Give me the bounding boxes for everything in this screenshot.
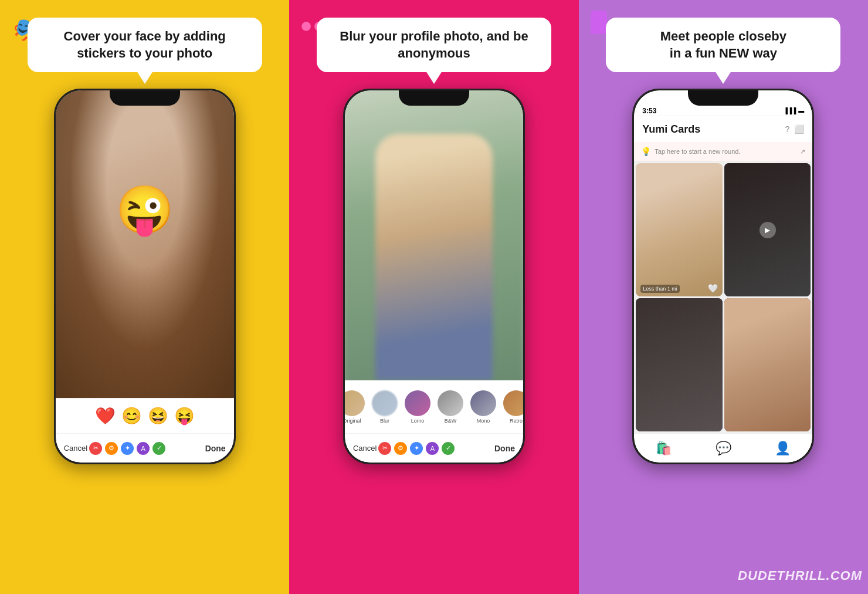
screen2-bottom-bar: Cancel ✂ ⚙ ✦ A ✓ Done <box>345 433 523 463</box>
done-button-2[interactable]: Done <box>494 444 515 453</box>
hint-bar[interactable]: 💡 Tap here to start a new round. ↗ <box>634 142 812 161</box>
filter-original-preview <box>345 390 365 416</box>
speech-bubble-1: Cover your face by adding stickers to yo… <box>28 18 262 72</box>
tool-icon-red[interactable]: ✂ <box>89 442 102 455</box>
filter-mono[interactable]: Mono <box>470 390 496 424</box>
panel-sticker: 🎭 Cover your face by adding stickers to … <box>0 0 289 594</box>
play-button[interactable]: ▶ <box>760 222 776 238</box>
filter-blur-label: Blur <box>380 418 389 424</box>
app-footer: 🛍️ 💬 👤 <box>634 433 812 463</box>
title-actions: ? ⬜ <box>785 124 805 134</box>
bookmark-icon <box>591 11 607 34</box>
filter-lomo-label: Lomo <box>411 418 425 424</box>
arrow-icon: ↗ <box>800 148 805 156</box>
status-time: 3:53 <box>642 107 656 115</box>
screen1-bottom-bar: Cancel ✂ ⚙ ✦ A ✓ Done <box>56 433 234 463</box>
bubble-text-2: Blur your profile photo, and be anonymou… <box>340 29 528 60</box>
footer-chat-icon[interactable]: 💬 <box>716 441 731 456</box>
footer-profile-icon[interactable]: 👤 <box>775 441 791 456</box>
tool-icon-orange-2[interactable]: ⚙ <box>394 442 407 455</box>
panel-yumi: Meet people closeby in a fun NEW way 3:5… <box>579 0 868 594</box>
card-4[interactable] <box>724 298 811 431</box>
done-button-1[interactable]: Done <box>205 444 226 453</box>
tool-icons-2: ✂ ⚙ ✦ A ✓ <box>378 442 455 455</box>
filter-bw[interactable]: B&W <box>438 390 463 424</box>
phone-notch-3 <box>688 90 758 106</box>
photo-area-2 <box>345 90 523 380</box>
phone-screen-1: 😜 ❤️ 😊 😆 😝 Cancel ✂ ⚙ ✦ A ✓ <box>56 90 234 463</box>
emoji-toolbar: ❤️ 😊 😆 😝 <box>56 398 234 433</box>
title-bar: Yumi Cards ? ⬜ <box>634 116 812 142</box>
battery-icon: ▬ <box>798 107 804 114</box>
tool-icon-orange[interactable]: ⚙ <box>105 442 118 455</box>
filter-original-label: Original <box>345 418 361 424</box>
watermark: DUDETHRILL.COM <box>738 568 862 583</box>
tool-icon-green[interactable]: ✓ <box>152 442 165 455</box>
phone-frame-3: 3:53 ▐▐▐ ▬ Yumi Cards ? ⬜ 💡 Tap here to … <box>632 89 814 464</box>
hint-text: Tap here to start a new round. <box>655 148 740 155</box>
tool-icons-1: ✂ ⚙ ✦ A ✓ <box>89 442 165 455</box>
emoji-laugh[interactable]: 😆 <box>148 406 168 426</box>
hair-overlay <box>56 90 234 398</box>
phone-notch-2 <box>399 90 469 106</box>
filter-mono-label: Mono <box>477 418 490 424</box>
filter-lomo-preview <box>405 390 430 416</box>
footer-bag-icon[interactable]: 🛍️ <box>656 441 672 456</box>
bubble-text-1: Cover your face by adding stickers to yo… <box>64 29 226 60</box>
tool-icon-green-2[interactable]: ✓ <box>442 442 455 455</box>
tool-icon-red-2[interactable]: ✂ <box>378 442 391 455</box>
emoji-tongue[interactable]: 😝 <box>174 406 195 426</box>
app-title: Yumi Cards <box>642 123 700 136</box>
filter-lomo[interactable]: Lomo <box>405 390 430 424</box>
filter-blur[interactable]: Blur <box>372 390 398 424</box>
bubble-text-3b: in a fun NEW way <box>670 46 777 60</box>
cards-grid: Less than 1 mi 🤍 ▶ <box>634 161 812 433</box>
card-1[interactable]: Less than 1 mi 🤍 <box>636 163 723 296</box>
card-3[interactable] <box>636 298 723 431</box>
filter-bar: Original Blur Lomo B&W Mono <box>345 380 523 433</box>
filter-blur-preview <box>372 390 398 416</box>
filter-retro-preview <box>503 390 523 416</box>
tool-icon-blue-2[interactable]: ✦ <box>410 442 423 455</box>
speech-bubble-3: Meet people closeby in a fun NEW way <box>606 18 840 72</box>
tool-icon-purple[interactable]: A <box>137 442 150 455</box>
phone-screen-3: 3:53 ▐▐▐ ▬ Yumi Cards ? ⬜ 💡 Tap here to … <box>634 90 812 463</box>
filter-retro-label: Retro <box>510 418 523 424</box>
signal-icon: ▐▐▐ <box>784 107 796 114</box>
cancel-button-2[interactable]: Cancel ✂ ⚙ ✦ A ✓ <box>353 442 455 455</box>
filter-original[interactable]: Original <box>345 390 365 424</box>
cancel-button-1[interactable]: Cancel ✂ ⚙ ✦ A ✓ <box>64 442 165 455</box>
bubble-text-3a: Meet people closeby <box>660 29 786 43</box>
filter-bw-label: B&W <box>445 418 457 424</box>
camera-icon[interactable]: ⬜ <box>794 124 804 134</box>
phone-screen-2: Original Blur Lomo B&W Mono <box>345 90 523 463</box>
filter-retro[interactable]: Retro <box>503 390 523 424</box>
speech-bubble-2: Blur your profile photo, and be anonymou… <box>317 18 551 72</box>
emoji-heart[interactable]: ❤️ <box>95 406 116 426</box>
panel-blur: ●● Blur your profile photo, and be anony… <box>289 0 578 594</box>
card-1-heart[interactable]: 🤍 <box>708 284 718 293</box>
emoji-sticker: 😜 <box>116 183 174 238</box>
emoji-smile[interactable]: 😊 <box>121 406 142 426</box>
card-2[interactable]: ▶ <box>724 163 811 296</box>
phone-notch-1 <box>110 90 180 106</box>
phone-frame-1: 😜 ❤️ 😊 😆 😝 Cancel ✂ ⚙ ✦ A ✓ <box>54 89 236 464</box>
card-1-label: Less than 1 mi <box>640 285 680 293</box>
filter-bw-preview <box>438 390 463 416</box>
tool-icon-blue[interactable]: ✦ <box>121 442 134 455</box>
help-icon[interactable]: ? <box>785 124 790 134</box>
bulb-icon: 💡 <box>641 147 651 156</box>
tool-icon-purple-2[interactable]: A <box>426 442 439 455</box>
photo-area-1: 😜 <box>56 90 234 398</box>
phone-frame-2: Original Blur Lomo B&W Mono <box>343 89 525 464</box>
blur-person <box>375 134 493 380</box>
filter-mono-preview <box>470 390 496 416</box>
status-icons: ▐▐▐ ▬ <box>784 107 804 114</box>
